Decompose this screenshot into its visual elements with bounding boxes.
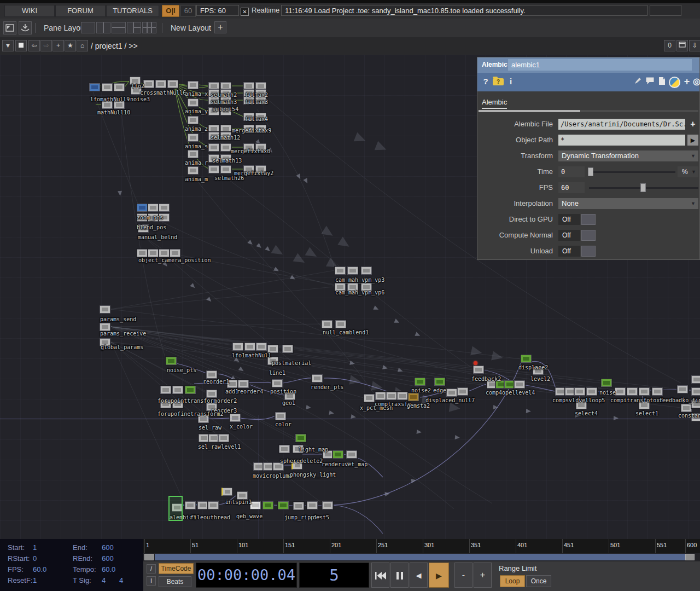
network-node[interactable] bbox=[206, 370, 217, 379]
network-node[interactable] bbox=[172, 386, 183, 394]
network-node[interactable] bbox=[408, 393, 419, 401]
network-node[interactable] bbox=[188, 166, 199, 175]
network-node[interactable] bbox=[346, 450, 357, 459]
network-node[interactable] bbox=[166, 357, 177, 365]
network-node[interactable] bbox=[188, 99, 199, 107]
network-node[interactable] bbox=[295, 434, 306, 442]
network-node[interactable] bbox=[188, 81, 199, 89]
tutorials-button[interactable]: TUTORIALS bbox=[106, 5, 159, 17]
favorite-icon[interactable]: ★ bbox=[65, 40, 76, 51]
rewind-button[interactable] bbox=[371, 563, 389, 588]
expand-icon[interactable]: ▶ bbox=[687, 135, 698, 146]
network-node[interactable] bbox=[188, 116, 199, 124]
end-value[interactable]: 600 bbox=[102, 543, 114, 552]
network-node[interactable] bbox=[627, 387, 638, 396]
pause-button[interactable] bbox=[390, 563, 409, 588]
fps-value-field[interactable]: 60 bbox=[558, 182, 585, 193]
network-node[interactable] bbox=[282, 345, 293, 353]
network-node[interactable] bbox=[278, 501, 289, 509]
network-node[interactable] bbox=[652, 387, 663, 396]
network-node[interactable] bbox=[208, 501, 219, 509]
rend-value[interactable]: 600 bbox=[102, 554, 114, 563]
tab-alembic[interactable]: Alembic bbox=[482, 98, 507, 109]
network-node[interactable] bbox=[473, 366, 484, 374]
network-node[interactable] bbox=[185, 501, 196, 509]
network-node[interactable] bbox=[335, 266, 346, 275]
dock-icon[interactable] bbox=[19, 21, 32, 34]
network-node[interactable] bbox=[262, 501, 273, 509]
integer-mode-button[interactable]: I bbox=[147, 576, 156, 586]
transform-dropdown[interactable]: Dynamic Transformation▼ bbox=[558, 150, 698, 161]
object-path-field[interactable]: * bbox=[558, 135, 685, 146]
timeline-ruler[interactable]: 151101151201251301351401451501551600 bbox=[143, 539, 700, 554]
timecode-button[interactable]: TimeCode bbox=[159, 563, 194, 574]
network-node[interactable] bbox=[691, 387, 700, 396]
network-node[interactable] bbox=[256, 343, 267, 351]
network-node[interactable] bbox=[361, 266, 372, 275]
network-node[interactable] bbox=[263, 462, 274, 471]
network-node[interactable] bbox=[238, 380, 249, 388]
tempo-value[interactable]: 60.0 bbox=[102, 565, 115, 573]
network-node[interactable] bbox=[89, 83, 100, 91]
network-node[interactable] bbox=[160, 386, 171, 394]
range-left-handle[interactable] bbox=[144, 554, 154, 560]
play-reverse-button[interactable]: ◀ bbox=[410, 563, 428, 588]
python-icon[interactable] bbox=[669, 77, 680, 88]
network-node[interactable] bbox=[159, 249, 170, 257]
archive-icon[interactable]: ◎ bbox=[692, 77, 700, 86]
network-node[interactable] bbox=[208, 434, 219, 442]
forum-button[interactable]: FORUM bbox=[55, 5, 106, 17]
network-node[interactable] bbox=[681, 404, 692, 412]
network-node[interactable] bbox=[272, 379, 283, 387]
pane-preset-two-columns[interactable] bbox=[96, 22, 110, 33]
network-node[interactable] bbox=[586, 387, 597, 396]
network-node[interactable] bbox=[100, 323, 110, 331]
range-bar[interactable] bbox=[155, 554, 685, 560]
network-node[interactable] bbox=[386, 392, 397, 400]
loop-button[interactable]: Loop bbox=[500, 575, 525, 587]
network-node[interactable] bbox=[199, 434, 209, 442]
normal-toggle[interactable] bbox=[581, 230, 596, 241]
network-node[interactable] bbox=[347, 266, 358, 275]
selected-node-frame[interactable] bbox=[168, 496, 183, 521]
parameter-dialog-titlebar[interactable]: Alembic alembic1 bbox=[477, 57, 699, 73]
network-node[interactable] bbox=[230, 414, 241, 422]
add-parameter-icon[interactable]: + bbox=[682, 77, 692, 86]
network-node[interactable] bbox=[185, 386, 196, 394]
breadcrumb[interactable]: / project1 / >> bbox=[91, 42, 138, 50]
new-layout-add-button[interactable]: + bbox=[214, 21, 226, 33]
network-node[interactable] bbox=[220, 165, 231, 173]
stop-icon[interactable] bbox=[15, 40, 27, 51]
network-node[interactable] bbox=[155, 80, 166, 88]
rstart-value[interactable]: 0 bbox=[33, 554, 37, 563]
network-node[interactable] bbox=[221, 488, 232, 496]
dropdown-icon[interactable]: ▼ bbox=[2, 40, 14, 51]
network-node[interactable] bbox=[137, 204, 148, 212]
range-right-handle[interactable] bbox=[685, 554, 695, 560]
maximize-icon[interactable] bbox=[676, 40, 688, 51]
network-node[interactable] bbox=[267, 345, 278, 353]
network-node[interactable] bbox=[335, 320, 346, 328]
network-node[interactable] bbox=[114, 83, 125, 91]
network-node[interactable] bbox=[148, 249, 159, 257]
network-node[interactable] bbox=[691, 375, 700, 384]
tsig-value-2[interactable]: 4 bbox=[119, 576, 123, 584]
operator-name-field[interactable]: alembic1 bbox=[508, 59, 692, 71]
network-node[interactable] bbox=[137, 249, 148, 257]
network-node[interactable] bbox=[102, 83, 113, 91]
network-node[interactable] bbox=[100, 305, 110, 314]
slash-mode-button[interactable]: / bbox=[147, 564, 156, 573]
network-node[interactable] bbox=[279, 445, 290, 453]
network-node[interactable] bbox=[293, 502, 304, 510]
pane-preset-grid[interactable] bbox=[142, 22, 156, 33]
pencil-icon[interactable] bbox=[633, 77, 643, 86]
increment-button[interactable]: + bbox=[474, 563, 492, 588]
network-node[interactable] bbox=[397, 392, 408, 400]
comment-icon[interactable] bbox=[645, 77, 655, 86]
info-icon[interactable]: i bbox=[506, 77, 516, 86]
play-button[interactable]: ▶ bbox=[429, 563, 449, 588]
start-value[interactable]: 1 bbox=[33, 543, 37, 552]
fps-value[interactable]: 60.0 bbox=[33, 565, 46, 573]
copy-icon[interactable] bbox=[657, 77, 667, 86]
forward-icon[interactable]: ⇨ bbox=[40, 40, 52, 51]
